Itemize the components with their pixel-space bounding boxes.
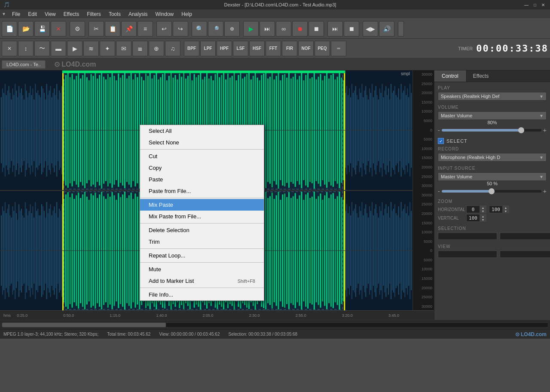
volume-button[interactable]: 🔊 — [379, 21, 394, 37]
scrollbar-thumb[interactable] — [2, 323, 166, 327]
record-device-dropdown[interactable]: Microphone (Realtek High D ▼ — [438, 153, 547, 162]
zoom-v-up[interactable]: ▲ — [503, 206, 509, 209]
menu-view[interactable]: View — [41, 10, 59, 18]
view-start[interactable]: 00:00:00:00 — [438, 251, 497, 258]
lpf-button[interactable]: LPF — [200, 41, 216, 56]
zoom-h-up[interactable]: ▲ — [480, 206, 486, 209]
menu-help[interactable]: Help — [178, 10, 196, 18]
ctx-copy[interactable]: Copy — [140, 162, 264, 174]
zoom-v-down[interactable]: ▼ — [503, 209, 509, 213]
lsf-button[interactable]: LSF — [233, 41, 248, 56]
view-end[interactable]: 00:03:45:62 — [500, 251, 550, 258]
input-plus[interactable]: + — [543, 188, 547, 195]
horizontal-scrollbar[interactable] — [2, 322, 548, 328]
close-file-button[interactable]: ✕ — [51, 21, 66, 37]
peq-button[interactable]: PEQ — [315, 41, 330, 56]
stop-button[interactable]: ⏹ — [309, 21, 324, 37]
close-button[interactable]: ✕ — [540, 3, 547, 7]
selection-end[interactable]: 00:03:05:68 — [500, 233, 550, 240]
stop2-button[interactable]: ⏹ — [344, 21, 359, 37]
ctx-paste[interactable]: Paste — [140, 174, 264, 185]
tab-control[interactable]: Control — [434, 70, 466, 82]
ctx-paste-from-file[interactable]: Paste from File... — [140, 185, 264, 197]
tab-effects[interactable]: Effects — [466, 70, 496, 82]
zoom-v2-spinbox[interactable]: 100 ▲ ▼ — [466, 214, 486, 222]
track-tab-lo4d[interactable]: LO4D.com - Te.. — [2, 60, 46, 69]
menu-arrow[interactable]: ▼ — [2, 12, 6, 16]
input-minus[interactable]: - — [438, 188, 440, 195]
menu-file[interactable]: File — [9, 10, 24, 18]
hpf-button[interactable]: HPF — [217, 41, 232, 56]
minimize-button[interactable]: — — [522, 3, 530, 7]
play-device-dropdown[interactable]: Speakers (Realtek High Def ▼ — [438, 92, 547, 101]
input-source-dropdown[interactable]: Master Volume ▼ — [438, 172, 547, 181]
ctx-cut[interactable]: Cut — [140, 150, 264, 162]
input-thumb[interactable] — [489, 188, 495, 194]
zoom-h-down[interactable]: ▼ — [480, 209, 486, 213]
ctx-file-info[interactable]: File Info... — [140, 289, 264, 300]
mix-tool[interactable]: ≣ — [132, 41, 148, 56]
play-selection-button[interactable]: ⏭ — [260, 21, 275, 37]
ctx-select-none[interactable]: Select None — [140, 137, 264, 148]
midi-tool[interactable]: ♫ — [165, 41, 180, 56]
open-button[interactable]: 📂 — [18, 21, 34, 37]
zoom-out-button[interactable]: 🔎 — [208, 21, 223, 37]
paste-button[interactable]: 📌 — [121, 21, 137, 37]
zoom-h-spinbox[interactable]: 0 ▲ ▼ — [466, 205, 486, 213]
spectrum-tool[interactable]: ≋ — [83, 41, 99, 56]
zoom-v2-up[interactable]: ▲ — [480, 214, 486, 218]
select-checkbox[interactable]: ✓ — [438, 138, 444, 144]
nof-button[interactable]: NOF — [298, 41, 314, 56]
menu-analysis[interactable]: Analysis — [125, 10, 151, 18]
menu-effects[interactable]: Effects — [60, 10, 82, 18]
redo-button[interactable]: ↪ — [173, 21, 188, 37]
cut-button[interactable]: ✂ — [89, 21, 104, 37]
input-slider[interactable] — [442, 190, 541, 193]
maximize-button[interactable]: □ — [532, 3, 538, 7]
menu-tools[interactable]: Tools — [105, 10, 124, 18]
menu-edit[interactable]: Edit — [24, 10, 40, 18]
ctx-add-marker[interactable]: Add to Marker List Shift+F8 — [140, 275, 264, 287]
zoom-fit-button[interactable]: ⊕ — [224, 21, 240, 37]
fir-button[interactable]: FIR — [282, 41, 297, 56]
undo-button[interactable]: ↩ — [156, 21, 172, 37]
speaker-button[interactable]: ◀▶ — [363, 21, 378, 37]
volume-slider[interactable] — [442, 129, 541, 132]
pitch-tool[interactable]: ✦ — [100, 41, 115, 56]
mixpaste-button[interactable]: ≡ — [138, 21, 153, 37]
ctx-mix-paste-from-file[interactable]: Mix Paste from File... — [140, 211, 264, 222]
fft-button[interactable]: FFT — [266, 41, 281, 56]
silence-tool[interactable]: ▬ — [51, 41, 66, 56]
loop-button[interactable]: ∞ — [276, 21, 291, 37]
zoom-v-spinbox[interactable]: 100 ▲ ▼ — [489, 205, 509, 213]
ctx-mute[interactable]: Mute — [140, 263, 264, 275]
volume-device-dropdown[interactable]: Master Volume ▼ — [438, 111, 547, 120]
forward-button[interactable]: ⏭ — [327, 21, 343, 37]
snap-tool[interactable]: ⊕ — [149, 41, 164, 56]
select-all-tool[interactable]: ✕ — [2, 41, 17, 56]
save-button[interactable]: 💾 — [34, 21, 50, 37]
ctx-mix-paste[interactable]: Mix Paste — [140, 199, 264, 211]
copy-button[interactable]: 📋 — [105, 21, 120, 37]
wave-tool[interactable]: 〜 — [34, 41, 50, 56]
envelope-tool[interactable]: ✉ — [116, 41, 131, 56]
hsf-button[interactable]: HSF — [249, 41, 265, 56]
zoom-v2-down[interactable]: ▼ — [480, 218, 486, 221]
volume-thumb[interactable] — [518, 127, 524, 133]
bpf-button[interactable]: BPF — [184, 41, 199, 56]
ctx-select-all[interactable]: Select All — [140, 125, 264, 137]
draw-tool[interactable]: ▶ — [67, 41, 82, 56]
new-button[interactable]: 📄 — [2, 21, 17, 37]
menu-filters[interactable]: Filters — [83, 10, 104, 18]
ctx-repeat-loop[interactable]: Repeat Loop... — [140, 250, 264, 261]
zoom-in-button[interactable]: 🔍 — [192, 21, 207, 37]
ctx-delete-selection[interactable]: Delete Selection — [140, 224, 264, 236]
record-button[interactable]: ⏺ — [292, 21, 308, 37]
vertical-tool[interactable]: ↕ — [18, 41, 34, 56]
selection-start[interactable]: 00:00:33:38 — [438, 233, 497, 240]
play-button[interactable]: ▶ — [243, 21, 259, 37]
menu-window[interactable]: Window — [152, 10, 177, 18]
eq-button[interactable]: ═ — [331, 41, 346, 56]
settings-button[interactable]: ⚙ — [70, 21, 85, 37]
volume-plus[interactable]: + — [543, 127, 547, 134]
